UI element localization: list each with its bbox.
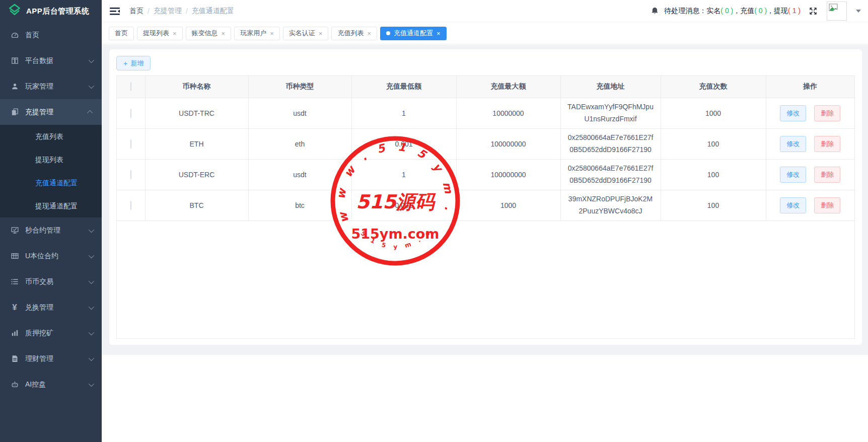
- sidebar-item-ai-control[interactable]: AI控盘: [0, 372, 102, 397]
- col-actions: 操作: [766, 76, 854, 98]
- breadcrumb-separator: /: [186, 7, 188, 15]
- chevron-down-icon: [89, 57, 94, 62]
- tab-home[interactable]: 首页: [109, 27, 134, 40]
- tab-recharge-list[interactable]: 充值列表 ×: [331, 27, 377, 40]
- sidebar-item-label: 质押挖矿: [25, 329, 53, 338]
- logo-band[interactable]: APP后台管理系统: [0, 0, 102, 22]
- tab-withdraw-list[interactable]: 提现列表 ×: [137, 27, 183, 40]
- tab-recharge-channel-config[interactable]: 充值通道配置 ×: [380, 27, 447, 40]
- select-all-checkbox[interactable]: [130, 82, 131, 91]
- submenu-recharge-withdraw: 充值列表 提现列表 充值通道配置 提现通道配置: [0, 125, 102, 217]
- chevron-up-icon: [87, 110, 93, 115]
- tab-close-icon[interactable]: ×: [437, 30, 441, 37]
- delete-button[interactable]: 删除: [814, 167, 840, 183]
- user-menu-caret-icon[interactable]: [856, 10, 861, 13]
- breadcrumb-home[interactable]: 首页: [129, 7, 143, 16]
- tab-close-icon[interactable]: ×: [270, 30, 274, 37]
- sidebar-item-staking-mining[interactable]: 质押挖矿: [0, 320, 102, 346]
- cell-min: 1: [351, 159, 456, 190]
- row-checkbox[interactable]: [130, 170, 131, 179]
- sidebar-item-usdt-contract[interactable]: U本位合约: [0, 243, 102, 269]
- sidebar-item-second-contract[interactable]: 秒合约管理: [0, 217, 102, 243]
- cell-address: 0x25800664aE7e7661E27f0B5D652ddD9166F271…: [560, 159, 661, 190]
- header-right: 待处理消息：实名( 0 )，充值( 0 )，提现( 1 ): [650, 2, 861, 21]
- cell-count: 100: [661, 159, 766, 190]
- sidebar-item-coin-trade[interactable]: 币币交易: [0, 269, 102, 294]
- row-checkbox[interactable]: [130, 139, 131, 149]
- chevron-down-icon: [89, 355, 94, 360]
- sidebar-item-label: 兑换管理: [25, 303, 53, 312]
- pending-label-withdraw: 提现: [774, 7, 788, 15]
- row-checkbox[interactable]: [130, 201, 131, 210]
- cell-min: 0.001: [351, 190, 456, 220]
- cell-coin-name: USDT-TRC: [145, 98, 248, 128]
- sidebar-collapse-icon[interactable]: [109, 6, 120, 16]
- content-card: + 新增 币种名称 币种类型 充值最低额 充值最大: [109, 49, 862, 345]
- tab-account-change[interactable]: 账变信息 ×: [186, 27, 232, 40]
- channel-table: 币种名称 币种类型 充值最低额 充值最大额 充值地址 充值次数 操作 USDT: [117, 76, 854, 221]
- table-header-row: 币种名称 币种类型 充值最低额 充值最大额 充值地址 充值次数 操作: [117, 76, 854, 98]
- sidebar-subitem-recharge-channel-config[interactable]: 充值通道配置: [0, 171, 102, 194]
- sidebar-item-label: 理财管理: [25, 354, 53, 363]
- breadcrumb-current: 充值通道配置: [192, 7, 234, 16]
- sidebar-item-label: 币币交易: [25, 277, 53, 286]
- sidebar-item-label: 平台数据: [25, 56, 53, 65]
- add-button[interactable]: + 新增: [116, 56, 151, 70]
- page: APP后台管理系统 首页 平台数据 玩家管理: [0, 0, 868, 442]
- pending-messages: 待处理消息：实名( 0 )，充值( 0 )，提现( 1 ): [664, 7, 801, 16]
- delete-button[interactable]: 删除: [814, 136, 840, 152]
- chevron-down-icon: [89, 83, 94, 88]
- plus-icon: +: [123, 59, 127, 67]
- sidebar-item-home[interactable]: 首页: [0, 22, 102, 48]
- tab-close-icon[interactable]: ×: [319, 30, 323, 37]
- cell-address: 0x25800664aE7e7661E27f0B5D652ddD9166F271…: [560, 128, 661, 159]
- tab-player-user[interactable]: 玩家用户 ×: [234, 27, 280, 40]
- sidebar-item-wealth-mgmt[interactable]: 理财管理: [0, 346, 102, 372]
- avatar[interactable]: [827, 2, 847, 21]
- chevron-down-icon: [89, 252, 94, 258]
- cell-count: 1000: [661, 98, 766, 128]
- fullscreen-icon[interactable]: [809, 7, 818, 16]
- col-coin-name: 币种名称: [145, 76, 248, 98]
- robot-icon: [10, 380, 19, 389]
- sidebar-item-player-mgmt[interactable]: 玩家管理: [0, 73, 102, 99]
- sidebar-item-recharge-withdraw-mgmt[interactable]: 充提管理: [0, 99, 102, 125]
- sidebar-item-platform-data[interactable]: 平台数据: [0, 48, 102, 73]
- col-min: 充值最低额: [351, 76, 456, 98]
- cell-max: 1000: [456, 190, 560, 220]
- document-icon: [10, 354, 19, 363]
- cell-min: 0.001: [351, 128, 456, 159]
- bar-chart-icon: [10, 329, 19, 338]
- bell-icon[interactable]: [650, 7, 659, 16]
- chevron-down-icon: [89, 304, 94, 309]
- pending-label-recharge: 充值: [740, 7, 754, 15]
- tab-close-icon[interactable]: ×: [173, 30, 177, 37]
- edit-button[interactable]: 修改: [780, 105, 806, 121]
- tab-label: 首页: [115, 29, 128, 38]
- cell-max: 100000000: [456, 159, 560, 190]
- breadcrumb-recharge-withdraw[interactable]: 充提管理: [154, 7, 182, 16]
- sidebar-subitem-withdraw-list[interactable]: 提现列表: [0, 148, 102, 171]
- row-checkbox[interactable]: [130, 109, 131, 118]
- breadcrumb: 首页 / 充提管理 / 充值通道配置: [129, 7, 234, 16]
- dashboard-icon: [10, 31, 19, 40]
- delete-button[interactable]: 删除: [814, 197, 840, 213]
- app-title: APP后台管理系统: [26, 7, 89, 16]
- tab-close-icon[interactable]: ×: [367, 30, 371, 37]
- grid-icon: [10, 252, 19, 261]
- edit-button[interactable]: 修改: [780, 197, 806, 213]
- sidebar-subitem-recharge-list[interactable]: 充值列表: [0, 125, 102, 148]
- delete-button[interactable]: 删除: [814, 105, 840, 121]
- broken-image-icon: [829, 4, 838, 12]
- edit-button[interactable]: 修改: [780, 167, 806, 183]
- sidebar-item-exchange-mgmt[interactable]: ¥ 兑换管理: [0, 294, 102, 320]
- add-button-label: 新增: [130, 59, 143, 68]
- table-row: USDT-ERC usdt 1 100000000 0x25800664aE7e…: [117, 159, 854, 190]
- tab-realname-auth[interactable]: 实名认证 ×: [283, 27, 329, 40]
- tab-close-icon[interactable]: ×: [222, 30, 226, 37]
- edit-button[interactable]: 修改: [780, 136, 806, 152]
- yen-icon: ¥: [10, 303, 19, 312]
- table-row: ETH eth 0.001 100000000 0x25800664aE7e76…: [117, 128, 854, 159]
- sidebar-subitem-withdraw-channel-config[interactable]: 提现通道配置: [0, 194, 102, 217]
- monitor-icon: [10, 226, 19, 235]
